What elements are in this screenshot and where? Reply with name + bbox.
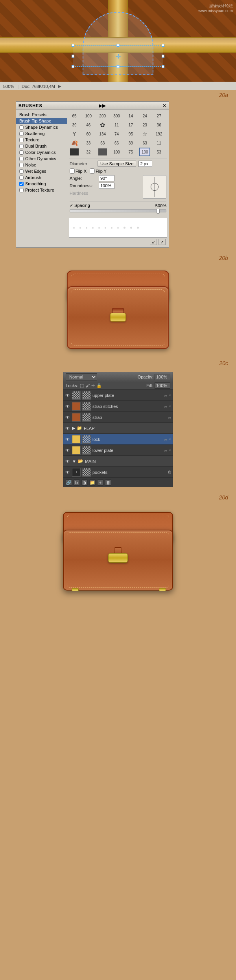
brush-cell-60[interactable]: 60 xyxy=(83,130,94,138)
sidebar-item-noise[interactable]: Noise xyxy=(16,162,67,168)
layer-row-pockets[interactable]: 👁 I pockets fx xyxy=(63,467,173,478)
layers-footer-folder-btn[interactable]: 📁 xyxy=(89,479,96,486)
sidebar-item-airbrush[interactable]: Airbrush xyxy=(16,174,67,181)
protect-texture-checkbox[interactable] xyxy=(19,188,24,192)
brush-cell-y[interactable]: Y xyxy=(69,130,80,138)
roundness-input[interactable] xyxy=(99,183,114,189)
brush-cell-27[interactable]: 27 xyxy=(153,112,164,120)
layer-eye-flap[interactable]: 👁 xyxy=(65,426,70,431)
brush-cell-23[interactable]: 23 xyxy=(139,121,150,129)
noise-checkbox[interactable] xyxy=(19,163,24,167)
sidebar-item-dual-brush[interactable]: Dual Brush xyxy=(16,143,67,149)
brush-cell-59[interactable]: ✿ xyxy=(97,121,108,129)
layer-row-flap[interactable]: 👁 ▶ 📁 FLAP xyxy=(63,423,173,434)
brush-cell-192[interactable]: 192 xyxy=(153,130,164,138)
lock-transparent-icon[interactable]: ⬚ xyxy=(80,383,84,388)
smoothing-checkbox[interactable] xyxy=(19,182,24,186)
scattering-checkbox[interactable] xyxy=(19,132,24,136)
brush-cell-55[interactable] xyxy=(97,148,108,156)
brush-cell-14a[interactable]: 14 xyxy=(125,112,136,120)
layer-eye-main[interactable]: 👁 xyxy=(65,459,70,464)
brush-cell-32[interactable]: 32 xyxy=(83,148,94,156)
handle-mid-left[interactable] xyxy=(72,55,74,57)
layers-footer-fx-btn[interactable]: fx xyxy=(74,479,80,486)
sidebar-item-other-dynamics[interactable]: Other Dynamics xyxy=(16,155,67,162)
opacity-input[interactable] xyxy=(155,374,170,380)
spacing-slider[interactable] xyxy=(70,209,166,212)
layers-footer-adjust-btn[interactable]: ◑ xyxy=(81,479,88,486)
handle-top-right[interactable] xyxy=(162,44,164,47)
handle-mid-right[interactable] xyxy=(162,55,164,57)
brush-cell-11b[interactable]: 11 xyxy=(153,139,164,147)
layers-mode-select[interactable]: Normal xyxy=(66,373,97,380)
layers-footer-delete-btn[interactable]: 🗑 xyxy=(105,479,111,486)
other-dynamics-checkbox[interactable] xyxy=(19,157,24,161)
use-sample-size-btn[interactable]: Use Sample Size xyxy=(98,161,136,167)
sidebar-item-texture[interactable]: Texture xyxy=(16,137,67,143)
layer-eye-lock[interactable]: 👁 xyxy=(65,437,70,442)
spacing-slider-thumb[interactable] xyxy=(157,209,160,214)
sidebar-item-color-dynamics[interactable]: Color Dynamics xyxy=(16,149,67,155)
lock-paint-icon[interactable]: 🖌 xyxy=(85,383,90,388)
brush-cell-63b[interactable]: 63 xyxy=(139,139,150,147)
layer-eye-lower-plate[interactable]: 👁 xyxy=(65,448,70,453)
layer-eye-pockets[interactable]: 👁 xyxy=(65,470,70,475)
brush-cell-33[interactable]: 33 xyxy=(83,139,94,147)
sidebar-item-smoothing[interactable]: Smoothing xyxy=(16,181,67,187)
layer-eye-upper-plate[interactable]: 👁 xyxy=(65,393,70,398)
flip-y-check[interactable]: Flip Y xyxy=(90,168,107,174)
texture-checkbox[interactable] xyxy=(19,138,24,142)
fill-input[interactable] xyxy=(155,382,170,389)
layer-row-upper-plate[interactable]: 👁 upper plate ∞ ○ xyxy=(63,390,173,401)
color-dynamics-checkbox[interactable] xyxy=(19,150,24,155)
brush-cell-65[interactable]: 65 xyxy=(69,112,80,120)
handle-bottom-left[interactable] xyxy=(72,65,74,68)
handle-bottom-right[interactable] xyxy=(162,65,164,68)
brush-cell-74[interactable]: 74 xyxy=(111,130,122,138)
angle-input[interactable] xyxy=(99,175,114,181)
layers-footer-new-btn[interactable]: + xyxy=(97,479,103,486)
brush-cell-95[interactable]: 95 xyxy=(125,130,136,138)
airbrush-checkbox[interactable] xyxy=(19,176,24,180)
brush-cell-46[interactable]: 46 xyxy=(83,121,94,129)
brush-cell-11[interactable]: 11 xyxy=(111,121,122,129)
brush-cell-100c[interactable]: 100 xyxy=(139,148,150,156)
brush-cell-63[interactable]: 63 xyxy=(97,139,108,147)
sidebar-item-wet-edges[interactable]: Wet Edges xyxy=(16,168,67,174)
layer-row-lower-plate[interactable]: 👁 lower plate ∞ ○ xyxy=(63,445,173,456)
wet-edges-checkbox[interactable] xyxy=(19,169,24,174)
brush-cell-39b[interactable]: 39 xyxy=(125,139,136,147)
handle-top-left[interactable] xyxy=(72,44,74,47)
layer-row-strap[interactable]: 👁 strap ∞ xyxy=(63,412,173,423)
layer-eye-strap-stitches[interactable]: 👁 xyxy=(65,404,70,409)
diameter-input[interactable] xyxy=(138,161,152,167)
footer-btn-left[interactable]: ↙ xyxy=(150,239,157,245)
sidebar-item-scattering[interactable]: Scattering xyxy=(16,130,67,137)
layers-footer-link-btn[interactable]: 🔗 xyxy=(66,479,72,486)
dual-brush-checkbox[interactable] xyxy=(19,144,24,148)
brush-cell-66[interactable]: 66 xyxy=(111,139,122,147)
layer-row-main[interactable]: 👁 ▼ 📂 MAIN xyxy=(63,456,173,467)
brush-cell-36b[interactable]: 🍂 xyxy=(69,139,80,147)
handle-top-mid[interactable] xyxy=(117,44,120,47)
flip-x-check[interactable]: Flip X xyxy=(70,168,87,174)
layer-row-lock[interactable]: 👁 lock ∞ ○ xyxy=(63,434,173,445)
sidebar-item-protect-texture[interactable]: Protect Texture xyxy=(16,187,67,193)
brush-cell-300[interactable]: 300 xyxy=(111,112,122,120)
brush-cell-100[interactable]: 100 xyxy=(83,112,94,120)
brushes-menu-icon[interactable]: ▶▶ xyxy=(99,103,106,108)
flip-y-checkbox[interactable] xyxy=(90,168,95,174)
brush-cell-48[interactable] xyxy=(69,148,80,156)
brush-cell-24[interactable]: 24 xyxy=(139,112,150,120)
brush-cell-200[interactable]: 200 xyxy=(97,112,108,120)
shape-dynamics-checkbox[interactable] xyxy=(19,125,24,130)
sidebar-item-brush-presets[interactable]: Brush Presets xyxy=(16,112,67,118)
footer-btn-right[interactable]: ↗ xyxy=(159,239,166,245)
brush-cell-53[interactable]: 53 xyxy=(153,148,164,156)
handle-bottom-mid[interactable] xyxy=(117,65,120,68)
brush-cell-36[interactable]: 36 xyxy=(153,121,164,129)
brush-cell-39[interactable]: 39 xyxy=(69,121,80,129)
lock-all-icon[interactable]: 🔒 xyxy=(96,383,102,388)
sidebar-item-shape-dynamics[interactable]: Shape Dynamics xyxy=(16,124,67,130)
brush-cell-134[interactable]: 134 xyxy=(97,130,108,138)
